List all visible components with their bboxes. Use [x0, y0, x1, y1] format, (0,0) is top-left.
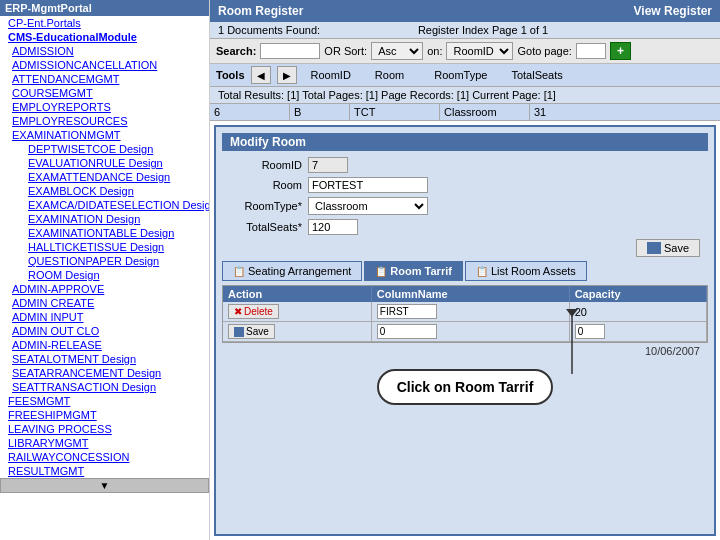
seating-table-container: Action ColumnName Capacity ✖ Delete	[222, 285, 708, 343]
date-bottom: 10/06/2007	[222, 343, 708, 359]
callout-text: Click on Room Tarrif	[397, 379, 534, 395]
sidebar-item-hallticketissue-design[interactable]: HALLTICKETISSUE Design	[0, 240, 209, 254]
topbar: Room Register View Register	[210, 0, 720, 22]
tab-tarrif-icon: 📋	[375, 266, 387, 277]
sort-select[interactable]: Asc Desc	[371, 42, 423, 60]
input-roomid[interactable]	[308, 157, 348, 173]
sidebar-item-employresources[interactable]: EMPLOYRESOURCES	[0, 114, 209, 128]
colname-input-2[interactable]	[377, 324, 437, 339]
form-row-totalseats: TotalSeats*	[222, 219, 708, 235]
or-sort-label: OR Sort:	[324, 45, 367, 57]
field-select[interactable]: RoomID	[446, 42, 513, 60]
sidebar-item-examinationtable-design[interactable]: EXAMINATIONTABLE Design	[0, 226, 209, 240]
sidebar-item-admin-approve[interactable]: ADMIN-APPROVE	[0, 282, 209, 296]
sidebar-item-feesmgmt[interactable]: FEESMGMT	[0, 394, 209, 408]
sidebar-scroll-down[interactable]: ▼	[0, 478, 209, 493]
delete-button-1[interactable]: ✖ Delete	[228, 304, 279, 319]
sidebar-item-railwayconcession[interactable]: RAILWAYCONCESSION	[0, 450, 209, 464]
sidebar-item-employreports[interactable]: EMPLOYREPORTS	[0, 100, 209, 114]
sidebar-item-resultmgmt[interactable]: RESULTMGMT	[0, 464, 209, 478]
col-roomid: RoomID	[311, 69, 351, 81]
colname-input-1[interactable]	[377, 304, 437, 319]
search-label: Search:	[216, 45, 256, 57]
table-row: Save	[223, 322, 707, 342]
sidebar-item-seatarrancement-design[interactable]: SEATARRANCEMENT Design	[0, 366, 209, 380]
sidebar-item-freeshipmgmt[interactable]: FREESHIPMGMT	[0, 408, 209, 422]
table-row: ✖ Delete 20	[223, 302, 707, 322]
topbar-title: Room Register	[218, 4, 303, 18]
topbar-view-register: View Register	[634, 4, 712, 18]
sidebar-item-cms-educationalmodule[interactable]: CMS-EducationalModule	[0, 30, 209, 44]
col-totalseats: TotalSeats	[511, 69, 562, 81]
save-label-row2: Save	[246, 326, 269, 337]
save-icon-row2	[234, 327, 244, 337]
sidebar-item-admissioncancellation[interactable]: ADMISSIONCANCELLATION	[0, 58, 209, 72]
tab-tarrif-label: Room Tarrif	[390, 265, 452, 277]
sidebar-item-examinationmgmt[interactable]: EXAMINATIONMGMT	[0, 128, 209, 142]
th-columnname: ColumnName	[371, 286, 569, 302]
sidebar-item-examattendance-design[interactable]: EXAMATTENDANCE Design	[0, 170, 209, 184]
save-button[interactable]: Save	[636, 239, 700, 257]
main-content: Room Register View Register 1 Documents …	[210, 0, 720, 540]
indexbar-text: 1 Documents Found:	[218, 24, 320, 36]
sidebar-item-admin-release[interactable]: ADMIN-RELEASE	[0, 338, 209, 352]
delete-icon-1: ✖	[234, 306, 242, 317]
sidebar-item-leaving-process[interactable]: LEAVING PROCESS	[0, 422, 209, 436]
sidebar-item-deptwisetcoe-design[interactable]: DEPTWISETCOE Design	[0, 142, 209, 156]
delete-label-1: Delete	[244, 306, 273, 317]
label-roomtype: RoomType*	[222, 200, 302, 212]
sidebar-item-seatalotment-design[interactable]: SEATALOTMENT Design	[0, 352, 209, 366]
tab-assets-icon: 📋	[476, 266, 488, 277]
indexbar: 1 Documents Found: Register Index Page 1…	[210, 22, 720, 39]
sidebar-item-examca-didateselection-desig[interactable]: EXAMCA/DIDATESELECTION Desig	[0, 198, 209, 212]
sidebar-item-examblock-design[interactable]: EXAMBLOCK Design	[0, 184, 209, 198]
cell-roomtype: TCT	[350, 104, 440, 120]
on-label: on:	[427, 45, 442, 57]
sidebar-header: ERP-MgmtPortal	[0, 0, 209, 16]
tab-room-tarrif[interactable]: 📋 Room Tarrif	[364, 261, 463, 281]
cell-roomid: 6	[210, 104, 290, 120]
tool-icon-1[interactable]: ◀	[251, 66, 271, 84]
input-totalseats[interactable]	[308, 219, 358, 235]
callout-arrow-svg	[532, 309, 612, 379]
register-tag: Register Index Page 1 of 1	[418, 24, 548, 36]
th-capacity: Capacity	[569, 286, 706, 302]
form-row-roomid: RoomID	[222, 157, 708, 173]
input-room[interactable]	[308, 177, 428, 193]
cell-classtype: Classroom	[440, 104, 530, 120]
tool-icon-2[interactable]: ▶	[277, 66, 297, 84]
sidebar-item-evaluationrule-design[interactable]: EVALUATIONRULE Design	[0, 156, 209, 170]
tab-assets-label: List Room Assets	[491, 265, 576, 277]
add-button[interactable]: +	[610, 42, 631, 60]
search-input[interactable]	[260, 43, 320, 59]
cell-totalseats: 31	[530, 104, 610, 120]
modifyroom-title: Modify Room	[222, 133, 708, 151]
tab-seating-arrangement[interactable]: 📋 Seating Arrangement	[222, 261, 362, 281]
save-button-row2[interactable]: Save	[228, 324, 275, 339]
cell-action-2: Save	[223, 322, 371, 342]
sidebar-item-cp-ent-portals[interactable]: CP-Ent.Portals	[0, 16, 209, 30]
sidebar-item-room-design[interactable]: ROOM Design	[0, 268, 209, 282]
sidebar-item-attendancemgmt[interactable]: ATTENDANCEMGMT	[0, 72, 209, 86]
callout-container: Click on Room Tarrif	[222, 369, 708, 405]
sidebar-item-examination-design[interactable]: EXAMINATION Design	[0, 212, 209, 226]
sidebar: ERP-MgmtPortal CP-Ent.PortalsCMS-Educati…	[0, 0, 210, 540]
toolsbar: Tools ◀ ▶ RoomID Room RoomType TotalSeat…	[210, 64, 720, 87]
th-action: Action	[223, 286, 371, 302]
form-row-room: Room	[222, 177, 708, 193]
sidebar-item-admission[interactable]: ADMISSION	[0, 44, 209, 58]
sidebar-item-librarymgmt[interactable]: LIBRARYMGMT	[0, 436, 209, 450]
tab-list-room-assets[interactable]: 📋 List Room Assets	[465, 261, 587, 281]
tab-seating-icon: 📋	[233, 266, 245, 277]
sidebar-item-admin-out-clo[interactable]: ADMIN OUT CLO	[0, 324, 209, 338]
sidebar-item-questionpaper-design[interactable]: QUESTIONPAPER Design	[0, 254, 209, 268]
select-roomtype[interactable]: Classroom Lab Hall	[308, 197, 428, 215]
sidebar-item-admin-create[interactable]: ADMIN CREATE	[0, 296, 209, 310]
label-roomid: RoomID	[222, 159, 302, 171]
sidebar-item-admin-input[interactable]: ADMIN INPUT	[0, 310, 209, 324]
goto-input[interactable]	[576, 43, 606, 59]
sidebar-item-seattransaction-design[interactable]: SEATTRANSACTION Design	[0, 380, 209, 394]
sidebar-item-coursemgmt[interactable]: COURSEMGMT	[0, 86, 209, 100]
col-room: Room	[375, 69, 404, 81]
table-row: 6 B TCT Classroom 31	[210, 104, 720, 121]
